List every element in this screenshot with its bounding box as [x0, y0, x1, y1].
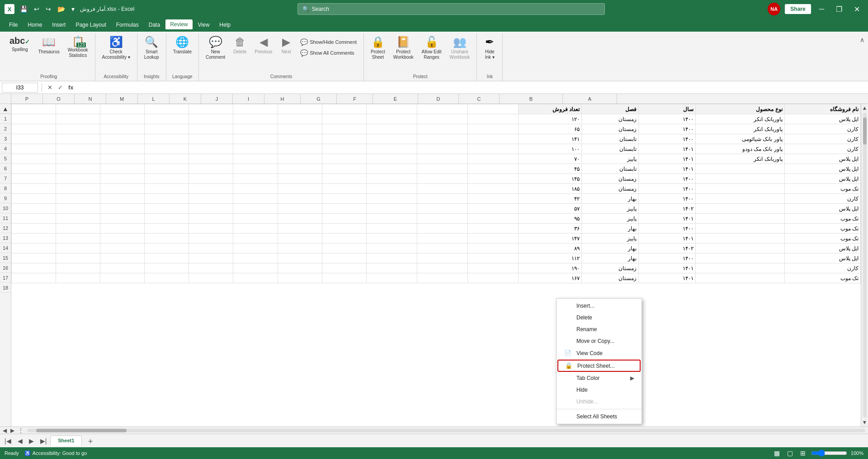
row-num-scroll-top[interactable]: ▲ [0, 104, 11, 114]
cell-F17[interactable] [467, 263, 518, 273]
cancel-formula-icon[interactable]: ✕ [46, 83, 54, 92]
cell-reference-input[interactable]: I33 [2, 83, 38, 93]
cell-B4[interactable]: پاور بانک شیائومی [696, 134, 784, 144]
cell-E5[interactable]: ۱۰۰ [519, 144, 582, 154]
cell-J13[interactable] [278, 224, 322, 234]
open-button[interactable]: 📂 [56, 5, 67, 14]
minimize-button[interactable]: ─ [816, 3, 828, 15]
col-header-M[interactable]: M [106, 94, 138, 103]
cell-L6[interactable] [189, 154, 233, 164]
cell-D7[interactable]: تابستان [582, 164, 639, 174]
cell-F16[interactable] [467, 253, 518, 263]
cell-C7[interactable]: ۱۴۰۱ [639, 164, 696, 174]
cell-E4[interactable]: ۱۴۱ [519, 134, 582, 144]
cell-J11[interactable] [278, 204, 322, 214]
cell-G6[interactable] [417, 154, 467, 164]
cell-B5[interactable]: پاور بانک مک دودو [696, 144, 784, 154]
ctx-tab-color[interactable]: Tab Color ▶ [557, 372, 642, 384]
cell-H6[interactable] [366, 154, 417, 164]
cell-H16[interactable] [366, 253, 417, 263]
cell-L2[interactable] [189, 114, 233, 124]
cell-B18[interactable] [696, 273, 784, 283]
cell-G1[interactable] [417, 104, 467, 114]
cell-B17[interactable] [696, 263, 784, 273]
cell-F18[interactable] [467, 273, 518, 283]
cell-E18[interactable]: ۱۶۷ [519, 273, 582, 283]
cell-G3[interactable] [417, 124, 467, 134]
cell-O11[interactable] [56, 204, 100, 214]
col-header-A[interactable]: A [563, 94, 617, 103]
cell-J17[interactable] [278, 263, 322, 273]
col-header-L[interactable]: L [138, 94, 170, 103]
cell-P18[interactable] [12, 273, 56, 283]
cell-J9[interactable] [278, 184, 322, 194]
row-num-5[interactable]: 5 [0, 154, 11, 164]
cell-M12[interactable] [145, 214, 189, 224]
cell-J15[interactable] [278, 244, 322, 253]
cell-E6[interactable]: ۷۰ [519, 154, 582, 164]
cell-C4[interactable]: ۱۴۰۰ [639, 134, 696, 144]
cell-J16[interactable] [278, 253, 322, 263]
cell-G12[interactable] [417, 214, 467, 224]
scroll-down-button[interactable]: ▼ [860, 419, 868, 426]
cell-D5[interactable]: تابستان [582, 144, 639, 154]
page-layout-view-button[interactable]: ▢ [785, 449, 795, 458]
cell-C12[interactable]: ۱۴۰۱ [639, 214, 696, 224]
cell-D12[interactable]: پاییز [582, 214, 639, 224]
cell-C10[interactable]: ۱۴۰۰ [639, 194, 696, 204]
cell-L12[interactable] [189, 214, 233, 224]
cell-E1[interactable]: تعداد فروش [519, 104, 582, 114]
cell-E14[interactable]: ۱۴۷ [519, 234, 582, 244]
cell-N5[interactable] [100, 144, 145, 154]
cell-H2[interactable] [366, 114, 417, 124]
cell-K15[interactable] [233, 244, 278, 253]
cell-F3[interactable] [467, 124, 518, 134]
cell-L3[interactable] [189, 124, 233, 134]
show-all-comments-button[interactable]: 💬 Show All Comments [297, 48, 360, 58]
cell-I11[interactable] [322, 204, 366, 214]
menu-insert[interactable]: Insert [47, 20, 70, 30]
row-num-9[interactable]: 9 [0, 193, 11, 203]
horizontal-scrollbar[interactable]: ◀ ▶ ⋮ [0, 426, 868, 434]
cell-E12[interactable]: ۹۵ [519, 214, 582, 224]
cell-P5[interactable] [12, 144, 56, 154]
sheet-nav-next[interactable]: ▶ [26, 436, 37, 446]
share-button[interactable]: Share [785, 4, 811, 14]
scroll-left-button[interactable]: ◀ [1, 427, 9, 434]
cell-O7[interactable] [56, 164, 100, 174]
cell-O14[interactable] [56, 234, 100, 244]
cell-G7[interactable] [417, 164, 467, 174]
cell-A11[interactable]: ایل پلاس [784, 204, 860, 214]
cell-L16[interactable] [189, 253, 233, 263]
cell-A15[interactable]: ایل پلاس [784, 244, 860, 253]
cell-H18[interactable] [366, 273, 417, 283]
cell-C8[interactable]: ۱۴۰۰ [639, 174, 696, 184]
cell-G5[interactable] [417, 144, 467, 154]
cell-B1[interactable]: نوع محصول [696, 104, 784, 114]
cell-I17[interactable] [322, 263, 366, 273]
cell-P12[interactable] [12, 214, 56, 224]
cell-N18[interactable] [100, 273, 145, 283]
ctx-delete[interactable]: Delete [557, 312, 642, 323]
col-header-D[interactable]: D [418, 94, 459, 103]
cell-E15[interactable]: ۸۹ [519, 244, 582, 253]
cell-N14[interactable] [100, 234, 145, 244]
scroll-grip-icon[interactable]: ⋮ [16, 427, 25, 434]
cell-N11[interactable] [100, 204, 145, 214]
menu-file[interactable]: File [5, 20, 22, 30]
cell-L5[interactable] [189, 144, 233, 154]
cell-B6[interactable]: پاوربانک انکر [696, 154, 784, 164]
cell-N17[interactable] [100, 263, 145, 273]
cell-F12[interactable] [467, 214, 518, 224]
col-header-P[interactable]: P [11, 94, 43, 103]
cell-A8[interactable]: ایل پلاس [784, 174, 860, 184]
cell-I1[interactable] [322, 104, 366, 114]
cell-I4[interactable] [322, 134, 366, 144]
col-header-F[interactable]: F [337, 94, 373, 103]
ctx-insert[interactable]: Insert... [557, 300, 642, 312]
cell-F10[interactable] [467, 194, 518, 204]
cell-D11[interactable]: پاییز [582, 204, 639, 214]
row-num-14[interactable]: 14 [0, 243, 11, 253]
cell-O12[interactable] [56, 214, 100, 224]
scroll-up-button[interactable]: ▲ [860, 105, 868, 111]
